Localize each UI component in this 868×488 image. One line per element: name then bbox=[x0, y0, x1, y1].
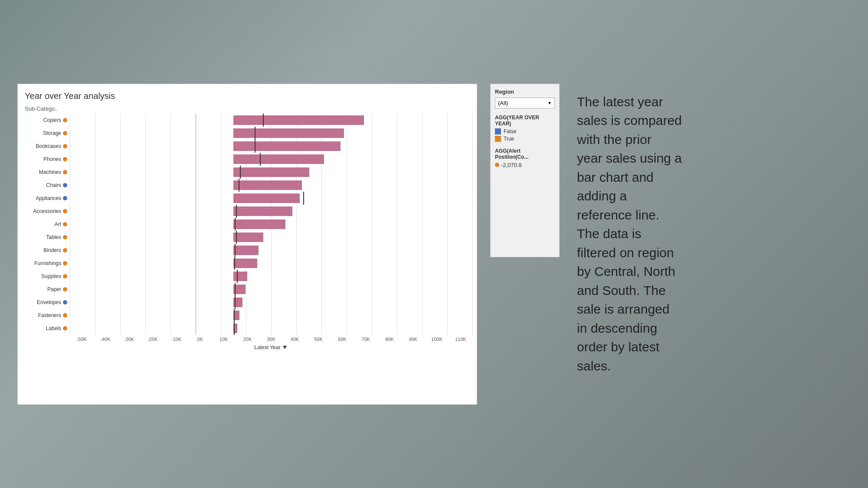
description-line: sales. bbox=[577, 359, 611, 373]
bar-row bbox=[70, 244, 472, 257]
bar bbox=[233, 141, 341, 151]
y-label-row: Supplies bbox=[22, 270, 70, 283]
x-tick: 20K bbox=[236, 337, 259, 342]
bar-row bbox=[70, 127, 472, 140]
y-label-text: Supplies bbox=[41, 273, 61, 279]
y-label-text: Labels bbox=[46, 325, 61, 331]
y-label-row: Tables bbox=[22, 231, 70, 244]
region-label: Region bbox=[495, 88, 555, 95]
reference-line bbox=[235, 244, 236, 257]
y-label-text: Art bbox=[55, 221, 61, 227]
reference-line bbox=[239, 179, 239, 192]
y-label-text: Storage bbox=[43, 130, 61, 136]
y-label-text: Fasteners bbox=[38, 312, 61, 318]
bar bbox=[233, 219, 286, 229]
y-label-row: Binders bbox=[22, 244, 70, 257]
description-line: sale is arranged bbox=[577, 302, 669, 316]
bars-area bbox=[70, 114, 472, 335]
y-label-row: Art bbox=[22, 218, 70, 231]
orange-dot-icon bbox=[63, 235, 67, 239]
region-value: (All) bbox=[498, 100, 508, 106]
y-label-row: Storage bbox=[22, 127, 70, 140]
reference-line bbox=[234, 257, 235, 270]
x-tick: 80K bbox=[378, 337, 402, 342]
y-label-text: Bookcases bbox=[36, 143, 61, 149]
orange-dot-icon bbox=[63, 170, 67, 174]
bar-row bbox=[70, 218, 472, 231]
alert-number: -2,070.8 bbox=[501, 162, 522, 168]
description-line: adding a bbox=[577, 189, 627, 203]
y-label-row: Bookcases bbox=[22, 140, 70, 153]
reference-line bbox=[255, 140, 255, 153]
alert-value: -2,070.8 bbox=[495, 162, 555, 168]
reference-line bbox=[235, 283, 236, 296]
agg-year-label: AGG(YEAR OVER YEAR) bbox=[495, 115, 555, 127]
x-tick: 70K bbox=[354, 337, 378, 342]
bar-row bbox=[70, 205, 472, 218]
x-tick: 0K bbox=[188, 337, 212, 342]
x-tick: 10K bbox=[212, 337, 236, 342]
x-tick: -40K bbox=[94, 337, 118, 342]
legend-false-label: False bbox=[504, 128, 516, 134]
reference-line bbox=[240, 166, 241, 179]
legend-true-color bbox=[495, 136, 501, 142]
reference-line bbox=[260, 153, 261, 166]
bar-row bbox=[70, 140, 472, 153]
orange-dot-icon bbox=[63, 157, 67, 161]
bar-row bbox=[70, 309, 472, 322]
legend-true-label: True bbox=[504, 136, 514, 142]
orange-dot-icon bbox=[63, 313, 67, 318]
y-label-row: Envelopes bbox=[22, 296, 70, 309]
bar-row bbox=[70, 231, 472, 244]
bar bbox=[233, 115, 364, 125]
description-line: by Central, North bbox=[577, 264, 675, 278]
description-line: The latest year bbox=[577, 95, 663, 109]
orange-dot-icon bbox=[63, 274, 67, 278]
y-label-text: Copiers bbox=[43, 117, 61, 123]
y-label-row: Labels bbox=[22, 322, 70, 335]
reference-line bbox=[255, 127, 255, 140]
y-label-text: Envelopes bbox=[37, 299, 61, 305]
description-line: filtered on region bbox=[577, 246, 674, 260]
y-label-text: Paper bbox=[47, 286, 61, 292]
alert-label: AGG(Alert Position(Co... bbox=[495, 148, 555, 160]
x-axis: -50K-40K-30K-20K-10K0K10K20K30K40K50K60K… bbox=[22, 335, 472, 350]
y-label-text: Phones bbox=[43, 156, 61, 162]
bar-row bbox=[70, 322, 472, 335]
bar-row bbox=[70, 114, 472, 127]
blue-dot-icon bbox=[63, 196, 67, 200]
y-label-row: Chairs bbox=[22, 179, 70, 192]
sidebar-panel: Region (All) ▼ AGG(YEAR OVER YEAR) False… bbox=[490, 84, 560, 257]
y-label-row: Copiers bbox=[22, 114, 70, 127]
description-line: bar chart and bbox=[577, 170, 654, 184]
reference-line bbox=[236, 231, 237, 244]
x-tick: -30K bbox=[117, 337, 141, 342]
bar-row bbox=[70, 257, 472, 270]
y-label-row: Fasteners bbox=[22, 309, 70, 322]
description-panel: The latest yearsales is comparedwith the… bbox=[573, 84, 851, 384]
y-label-text: Machines bbox=[39, 169, 61, 175]
bar bbox=[233, 272, 247, 281]
description-line: with the prior bbox=[577, 132, 652, 147]
x-tick: 50K bbox=[307, 337, 331, 342]
reference-line bbox=[236, 205, 237, 218]
orange-dot-icon bbox=[63, 287, 67, 291]
dropdown-arrow-icon: ▼ bbox=[547, 101, 552, 105]
reference-line bbox=[234, 322, 235, 335]
region-dropdown[interactable]: (All) ▼ bbox=[495, 98, 555, 108]
y-label-text: Furnishings bbox=[34, 260, 61, 266]
blue-dot-icon bbox=[63, 183, 67, 187]
bar-row bbox=[70, 166, 472, 179]
description-line: year sales using a bbox=[577, 151, 682, 165]
orange-dot-icon bbox=[63, 261, 67, 265]
chart-area: CopiersStorageBookcasesPhonesMachinesCha… bbox=[22, 114, 472, 335]
reference-line bbox=[237, 270, 238, 283]
description-line: The data is bbox=[577, 226, 641, 241]
orange-dot-icon bbox=[63, 222, 67, 226]
y-label-text: Tables bbox=[46, 234, 61, 240]
x-tick: 110K bbox=[449, 337, 473, 342]
bar bbox=[233, 128, 344, 138]
description-text: The latest yearsales is comparedwith the… bbox=[577, 92, 682, 376]
y-label-text: Binders bbox=[43, 247, 61, 253]
blue-dot-icon bbox=[63, 300, 67, 305]
